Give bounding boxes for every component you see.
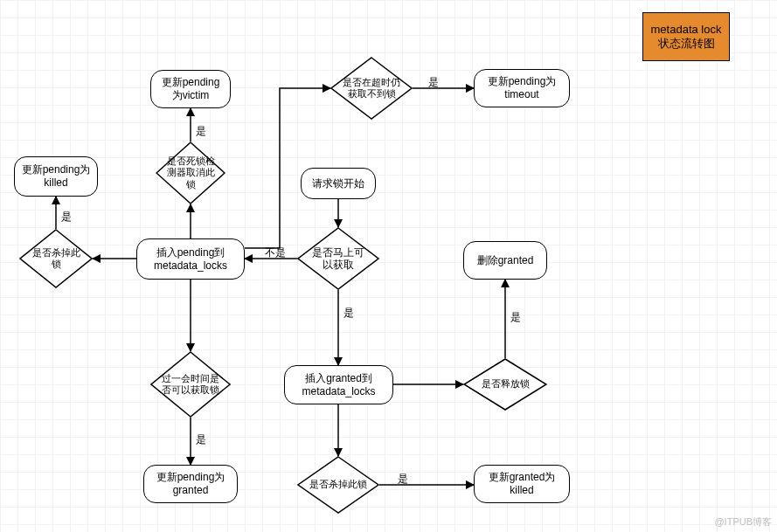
node-label: 是否杀掉此锁 — [297, 456, 379, 514]
node-wait-can-get: 过一会时间是否可以获取锁 — [150, 351, 231, 418]
node-insert-granted: 插入granted到metadata_locks — [284, 365, 393, 404]
edge-label-yes: 是 — [196, 432, 206, 447]
node-update-granted: 更新pending为granted — [143, 465, 238, 503]
node-update-timeout: 更新pending为timeout — [474, 69, 570, 107]
edge-label-yes: 是 — [196, 124, 206, 139]
node-label: 是否杀掉此锁 — [19, 229, 93, 288]
node-can-get-now: 是否马上可以获取 — [297, 227, 379, 290]
node-label: 过一会时间是否可以获取锁 — [150, 351, 231, 418]
node-killed-check-1: 是否杀掉此锁 — [19, 229, 93, 288]
node-release-check: 是否释放锁 — [463, 358, 547, 411]
node-update-granted-killed: 更新granted为killed — [474, 465, 570, 503]
node-label: 是否马上可以获取 — [297, 227, 379, 290]
node-insert-pending: 插入pending到metadata_locks — [136, 238, 245, 280]
edge-label-yes: 是 — [428, 75, 439, 90]
node-label: 是否释放锁 — [463, 358, 547, 411]
edge-label-yes: 是 — [398, 472, 408, 487]
node-deadlock-cancel: 是否死锁检测器取消此锁 — [156, 142, 225, 204]
node-update-killed: 更新pending为killed — [14, 156, 98, 197]
edge-label-no: 不是 — [265, 245, 286, 260]
edge-label-yes: 是 — [61, 210, 72, 225]
edge-label-yes: 是 — [343, 306, 354, 321]
node-start: 请求锁开始 — [301, 168, 376, 199]
node-delete-granted: 删除granted — [463, 241, 547, 280]
node-timeout-check: 是否在超时仍获取不到锁 — [330, 57, 413, 120]
node-label: 是否死锁检测器取消此锁 — [156, 142, 225, 204]
flowchart-canvas: metadata lock状态流转图 — [0, 0, 777, 532]
node-killed-check-2: 是否杀掉此锁 — [297, 456, 379, 514]
node-update-victim: 更新pending为victim — [150, 70, 231, 108]
node-label: 是否在超时仍获取不到锁 — [330, 57, 413, 120]
edge-label-yes: 是 — [510, 310, 521, 325]
watermark-text: @ITPUB博客 — [714, 515, 772, 529]
